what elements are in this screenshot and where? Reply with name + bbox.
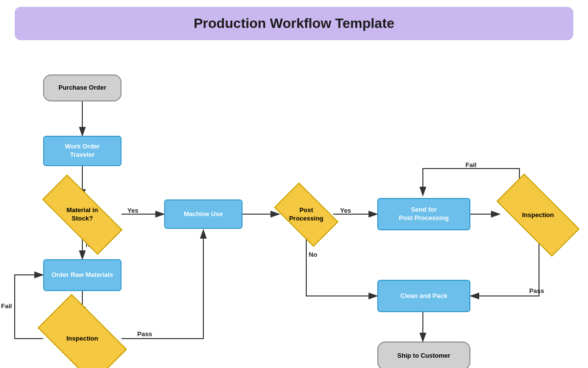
yes1-label: Yes <box>127 207 138 214</box>
ship-customer-node: Ship to Customer <box>377 342 470 368</box>
order-raw-node: Order Raw Materials <box>43 259 122 291</box>
fail1-label: Fail <box>1 302 12 310</box>
clean-pack-node: Clean and Pack <box>377 280 470 312</box>
diagram-area: Yes No Pass Fail Yes No Pass Fail Purcha… <box>0 56 588 368</box>
work-order-node: Work Order Traveler <box>43 136 122 166</box>
fail2-label: Fail <box>466 161 476 169</box>
purchase-order-node: Purchase Order <box>43 74 122 101</box>
pass1-label: Pass <box>137 330 152 338</box>
material-stock-node: Material in Stock? <box>43 197 122 232</box>
post-processing-node: Post Processing <box>278 197 334 232</box>
no2-label: No <box>309 251 317 258</box>
inspection-right-node: Inspection <box>499 196 577 235</box>
machine-use-node: Machine Use <box>164 199 243 229</box>
inspection-left-node: Inspection <box>43 315 122 363</box>
send-post-node: Send for Post Processing <box>377 198 470 230</box>
page-title: Production Workflow Template <box>194 16 394 31</box>
page-container: Production Workflow Template <box>0 7 588 368</box>
yes2-label: Yes <box>340 207 351 214</box>
header-banner: Production Workflow Template <box>15 7 573 40</box>
pass2-label: Pass <box>529 287 544 294</box>
